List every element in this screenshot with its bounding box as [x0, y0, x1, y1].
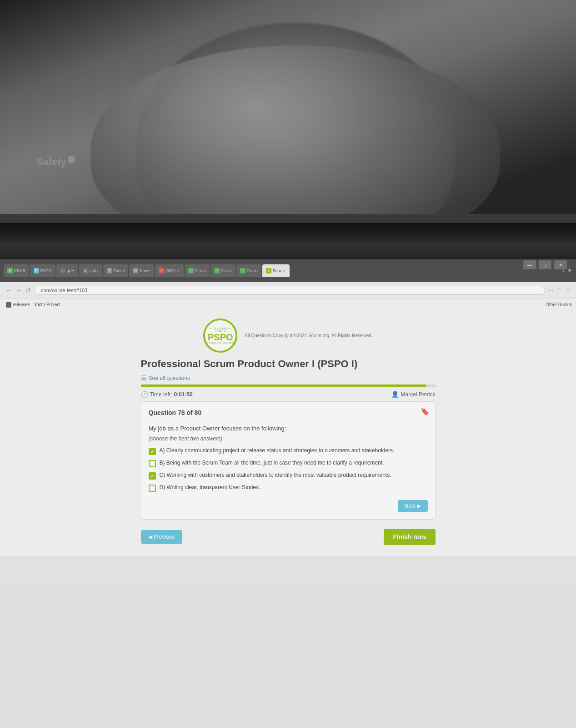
timer-value: 0:01:50: [174, 391, 192, 398]
checkbox-a[interactable]: [149, 448, 156, 455]
checkbox-c[interactable]: [149, 472, 156, 480]
answer-option-c[interactable]: C) Working with customers and stakeholde…: [149, 472, 428, 480]
bookmark-releases[interactable]: releases - Yocto Project: [4, 301, 63, 308]
photo-tint: [0, 0, 576, 259]
tab-overflow-button[interactable]: ▼: [567, 268, 572, 274]
logo-bottom-text: PRODUCT OWNER: [206, 342, 234, 344]
answer-option-b[interactable]: B) Being with the Scrum Team all the tim…: [149, 460, 428, 467]
quiz-container: PROFESSIONAL SCRUM PSPO PRODUCT OWNER Al…: [134, 311, 443, 556]
user-icon: 👤: [391, 391, 399, 398]
question-text: My job as a Product Owner focuses on the…: [149, 425, 428, 432]
tab-how[interactable]: H How r: [129, 264, 154, 277]
quiz-controls: ☰ See all questions: [141, 374, 436, 382]
tab-scrum-active[interactable]: S Scru ✕: [262, 264, 290, 277]
tab-pspo[interactable]: P PSPO: [30, 264, 55, 277]
clock-icon: 🕐: [141, 391, 148, 398]
tab-favicon-tue: T: [107, 268, 112, 273]
answer-option-d[interactable]: D) Writing clear, transparent User Stori…: [149, 484, 428, 492]
tab-finish1[interactable]: ✓ Finish: [185, 264, 210, 277]
question-header: Question 78 of 80: [149, 409, 428, 420]
user-name: Marcel Petrick: [401, 391, 435, 398]
answer-option-a[interactable]: A) Clearly communicating project or rele…: [149, 447, 428, 455]
checkbox-b[interactable]: [149, 460, 156, 467]
tab-favicon-f2: ✓: [214, 268, 220, 273]
tab-finish3[interactable]: ✓ Finish: [236, 264, 261, 277]
action-buttons: ◀ Previous Finish now: [141, 525, 436, 549]
progress-bar: [141, 384, 436, 387]
forward-button[interactable]: →: [15, 287, 22, 294]
menu-button[interactable]: ···: [549, 287, 553, 293]
tab-close-active[interactable]: ✕: [282, 268, 286, 273]
address-bar: ← → ↺ .com/online-test/#103 ··· ♡ ☆: [0, 282, 576, 298]
tab-qt[interactable]: q qt-H: [56, 264, 78, 277]
tab-list: K KDAB P PSPO q qt-H q qml-t T Tuesd H H…: [4, 263, 560, 278]
bookmark-heart-button[interactable]: ♡: [557, 287, 562, 293]
user-info: 👤 Marcel Petrick: [391, 391, 435, 398]
page-content: PROFESSIONAL SCRUM PSPO PRODUCT OWNER Al…: [0, 311, 576, 556]
refresh-button[interactable]: ↺: [25, 287, 31, 294]
answer-text-a: A) Clearly communicating project or rele…: [160, 447, 395, 454]
other-bookmarks[interactable]: Other Bookm: [546, 302, 572, 307]
tab-favicon-pspo: P: [34, 268, 39, 273]
list-icon: ☰: [141, 374, 147, 382]
tab-309[interactable]: ✓ (309) ✕: [155, 264, 184, 277]
window-controls[interactable]: — □ ✕: [523, 260, 567, 269]
bookmark-favicon-releases: [6, 302, 11, 308]
tab-tuesday[interactable]: T Tuesd: [103, 264, 129, 277]
next-button[interactable]: Next ▶: [398, 500, 427, 512]
tab-kdab[interactable]: K KDAB: [4, 264, 29, 277]
tab-favicon-309: ✓: [159, 268, 164, 273]
laptop-bezel: [0, 223, 576, 259]
timer: 🕐 Time left: 0:01:50: [141, 391, 193, 398]
tab-favicon-f3: ✓: [240, 268, 245, 273]
bookmark-icon[interactable]: 🔖: [421, 407, 430, 416]
tab-favicon-scrum: S: [266, 268, 271, 273]
quiz-title: Professional Scrum Product Owner I (PSPO…: [141, 358, 436, 370]
pspo-logo: PROFESSIONAL SCRUM PSPO PRODUCT OWNER: [203, 318, 237, 353]
maximize-button[interactable]: □: [539, 260, 551, 269]
finish-now-button[interactable]: Finish now: [384, 529, 435, 545]
answer-text-c: C) Working with customers and stakeholde…: [160, 472, 391, 478]
tab-favicon-f1: ✓: [188, 268, 194, 273]
copyright-text: All Questions Copyright ©2021 Scrum.org.…: [245, 333, 372, 339]
question-instruction: (choose the best two answers): [149, 435, 428, 442]
question-card: 🔖 Question 78 of 80 My job as a Product …: [141, 401, 436, 520]
logo-main-text: PSPO: [208, 333, 233, 342]
logo-area: PROFESSIONAL SCRUM PSPO PRODUCT OWNER Al…: [141, 318, 436, 353]
bookmark-star-button[interactable]: ☆: [566, 287, 571, 293]
progress-bar-fill: [141, 384, 427, 387]
back-button[interactable]: ←: [5, 287, 12, 294]
tab-favicon-kdab: K: [7, 268, 13, 273]
tab-qml[interactable]: q qml-t: [79, 264, 102, 277]
browser-window: K KDAB P PSPO q qt-H q qml-t T Tuesd H H…: [0, 259, 576, 728]
tab-favicon-qt: q: [60, 268, 65, 273]
tab-favicon-how: H: [133, 268, 138, 273]
url-bar[interactable]: .com/online-test/#103: [35, 286, 545, 295]
tab-finish2[interactable]: ✓ Finish: [210, 264, 235, 277]
close-button[interactable]: ✕: [554, 260, 567, 269]
bookmarks-bar: releases - Yocto Project Other Bookm: [0, 298, 576, 311]
tab-close-309[interactable]: ✕: [176, 268, 180, 273]
timer-user-row: 🕐 Time left: 0:01:50 👤 Marcel Petrick: [141, 391, 436, 398]
next-button-area: Next ▶: [149, 496, 428, 512]
tab-favicon-qml: q: [83, 268, 88, 273]
logo-top-text: PROFESSIONAL SCRUM: [205, 327, 235, 333]
see-all-questions-link[interactable]: ☰ See all questions: [141, 374, 190, 382]
previous-button[interactable]: ◀ Previous: [141, 530, 182, 544]
checkbox-d[interactable]: [149, 485, 156, 492]
answer-text-d: D) Writing clear, transparent User Stori…: [160, 484, 260, 490]
browser-tabs-bar: K KDAB P PSPO q qt-H q qml-t T Tuesd H H…: [0, 259, 576, 282]
minimize-button[interactable]: —: [523, 260, 536, 269]
answer-text-b: B) Being with the Scrum Team all the tim…: [160, 460, 384, 466]
